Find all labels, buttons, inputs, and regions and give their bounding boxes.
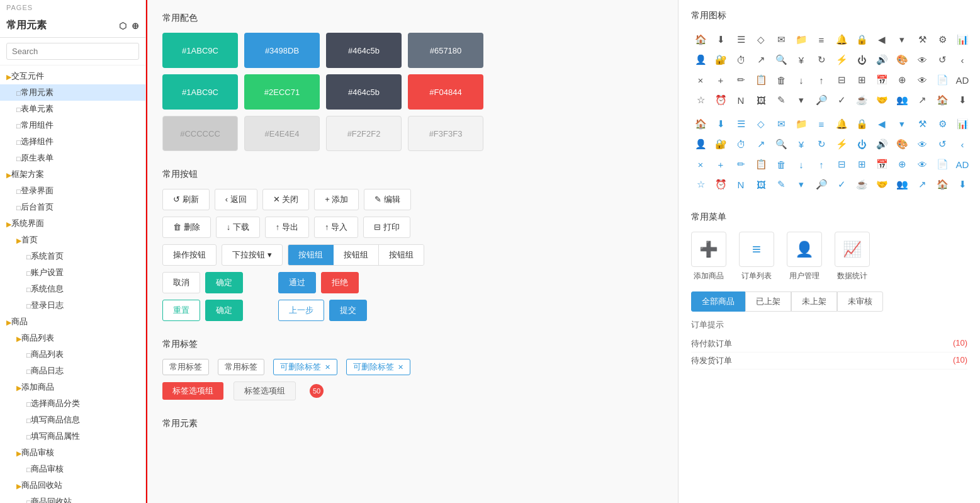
color-swatch-7[interactable]: #F04844 <box>408 74 483 110</box>
icon-grid-gray-icon-2[interactable]: ☰ <box>731 30 750 49</box>
icon-grid-blue-icon-28[interactable]: × <box>691 155 710 174</box>
btn-row-1-btn-1[interactable]: ‹ 返回 <box>215 189 257 210</box>
icon-grid-gray-icon-51[interactable]: 🤝 <box>872 91 891 110</box>
sidebar-item-denglu[interactable]: □ 登录界面 <box>0 183 145 199</box>
icon-grid-gray-icon-21[interactable]: ⚡ <box>832 50 851 69</box>
icon-grid-blue-icon-13[interactable]: 📊 <box>953 115 972 133</box>
icon-grid-blue-icon-45[interactable]: 🖼 <box>752 175 770 194</box>
sidebar-item-cat-jiaohu[interactable]: ▶ 交互元件 <box>0 68 145 84</box>
sidebar-item-zujian[interactable]: □ 常用组件 <box>0 117 145 133</box>
icon-grid-blue-icon-18[interactable]: 🔍 <box>772 135 791 154</box>
export-icon[interactable]: ⬡ <box>119 21 127 31</box>
icon-grid-gray-icon-8[interactable]: 🔒 <box>852 30 871 49</box>
color-swatch-5[interactable]: #2ECC71 <box>244 74 320 110</box>
icon-grid-gray-icon-28[interactable]: × <box>691 71 710 89</box>
icon-grid-gray-icon-54[interactable]: 🏠 <box>933 91 952 110</box>
icon-grid-blue-icon-43[interactable]: ⏰ <box>711 175 730 194</box>
icon-grid-gray-icon-41[interactable]: AD <box>953 71 972 89</box>
color-swatch-6[interactable]: #464c5b <box>326 74 402 110</box>
color-swatch-3[interactable]: #657180 <box>408 33 483 68</box>
icon-grid-gray-icon-31[interactable]: 📋 <box>752 71 770 89</box>
color-swatch-10[interactable]: #F2F2F2 <box>326 116 402 151</box>
sidebar-item-shangpin-log[interactable]: □ 商品日志 <box>0 363 145 379</box>
tab-0[interactable]: 全部商品 <box>691 291 745 312</box>
btn-group-2[interactable]: 按钮组 <box>334 245 379 265</box>
sidebar-item-cat-shangpin[interactable]: ▶ 商品 <box>0 314 145 330</box>
icon-grid-gray-icon-19[interactable]: ¥ <box>792 50 811 69</box>
icon-grid-blue-icon-7[interactable]: 🔔 <box>832 115 851 133</box>
btn-row-2-btn-0[interactable]: 🗑 删除 <box>162 217 211 238</box>
sidebar-item-denglu-rizhi[interactable]: □ 登录日志 <box>0 297 145 314</box>
menu-card-1[interactable]: ≡订单列表 <box>739 232 774 281</box>
icon-grid-blue-icon-39[interactable]: 👁 <box>913 155 932 174</box>
btn-reset[interactable]: 重置 <box>162 300 200 321</box>
icon-grid-blue-icon-8[interactable]: 🔒 <box>852 115 871 133</box>
icon-grid-gray-icon-50[interactable]: ☕ <box>852 91 871 110</box>
icon-grid-blue-icon-50[interactable]: ☕ <box>852 175 871 194</box>
icon-grid-gray-icon-5[interactable]: 📁 <box>792 30 811 49</box>
icon-grid-gray-icon-45[interactable]: 🖼 <box>752 91 770 110</box>
icon-grid-blue-icon-55[interactable]: ⬇ <box>953 175 972 194</box>
icon-grid-blue-icon-37[interactable]: 📅 <box>872 155 891 174</box>
icon-grid-blue-icon-41[interactable]: AD <box>953 155 972 174</box>
icon-grid-gray-icon-0[interactable]: 🏠 <box>691 30 710 49</box>
icon-grid-blue-icon-16[interactable]: ⏱ <box>731 135 750 154</box>
icon-grid-blue-icon-25[interactable]: 👁 <box>913 135 932 154</box>
tag-3-close[interactable]: ✕ <box>325 363 330 371</box>
btn-confirm-2[interactable]: 确定 <box>205 300 243 321</box>
sidebar-item-huishou-zhan[interactable]: □ 商品回收站 <box>0 494 145 503</box>
btn-pass[interactable]: 通过 <box>278 272 316 293</box>
icon-grid-gray-icon-39[interactable]: 👁 <box>913 71 932 89</box>
btn-row-1-btn-0[interactable]: ↺ 刷新 <box>162 189 210 210</box>
icon-grid-blue-icon-32[interactable]: 🗑 <box>772 155 791 174</box>
icon-grid-blue-icon-23[interactable]: 🔊 <box>872 135 891 154</box>
btn-row-2-btn-1[interactable]: ↓ 下载 <box>216 217 260 238</box>
sidebar-item-xitong-info[interactable]: □ 系统信息 <box>0 281 145 297</box>
search-input[interactable] <box>6 43 139 60</box>
icon-grid-gray-icon-49[interactable]: ✓ <box>832 91 851 110</box>
sidebar-item-houtai[interactable]: □ 后台首页 <box>0 199 145 215</box>
color-swatch-0[interactable]: #1ABC9C <box>162 33 238 68</box>
icon-grid-blue-icon-3[interactable]: ◇ <box>752 115 770 133</box>
icon-grid-gray-icon-1[interactable]: ⬇ <box>711 30 730 49</box>
btn-row-2-btn-4[interactable]: ⊟ 打印 <box>363 217 410 238</box>
tab-2[interactable]: 未上架 <box>791 291 837 312</box>
icon-grid-blue-icon-27[interactable]: ‹ <box>953 135 972 154</box>
icon-grid-blue-icon-0[interactable]: 🏠 <box>691 115 710 133</box>
icon-grid-blue-icon-53[interactable]: ↗ <box>913 175 932 194</box>
icon-grid-gray-icon-36[interactable]: ⊞ <box>852 71 871 89</box>
sidebar-item-cat-shouye[interactable]: ▶ 首页 <box>0 232 145 248</box>
sidebar-item-cat-add-shangpin[interactable]: ▶ 添加商品 <box>0 379 145 395</box>
sidebar-item-cat-shangpin-list[interactable]: ▶ 商品列表 <box>0 330 145 346</box>
icon-grid-gray-icon-37[interactable]: 📅 <box>872 71 891 89</box>
icon-grid-blue-icon-46[interactable]: ✎ <box>772 175 791 194</box>
icon-grid-gray-icon-17[interactable]: ↗ <box>752 50 770 69</box>
icon-grid-gray-icon-30[interactable]: ✏ <box>731 71 750 89</box>
sidebar-item-cat-xitong[interactable]: ▶ 系统界面 <box>0 215 145 232</box>
color-swatch-11[interactable]: #F3F3F3 <box>408 116 483 151</box>
icon-grid-blue-icon-33[interactable]: ↓ <box>792 155 811 174</box>
tag-option-2[interactable]: 标签选项组 <box>234 381 296 400</box>
icon-grid-blue-icon-29[interactable]: + <box>711 155 730 174</box>
btn-group-3[interactable]: 按钮组 <box>379 245 424 265</box>
icon-grid-blue-icon-24[interactable]: 🎨 <box>893 135 911 154</box>
icon-grid-gray-icon-22[interactable]: ⏻ <box>852 50 871 69</box>
icon-grid-blue-icon-4[interactable]: ✉ <box>772 115 791 133</box>
icon-grid-gray-icon-26[interactable]: ↺ <box>933 50 952 69</box>
icon-grid-gray-icon-12[interactable]: ⚙ <box>933 30 952 49</box>
icon-grid-blue-icon-22[interactable]: ⏻ <box>852 135 871 154</box>
icon-grid-blue-icon-30[interactable]: ✏ <box>731 155 750 174</box>
icon-grid-blue-icon-42[interactable]: ☆ <box>691 175 710 194</box>
icon-grid-blue-icon-48[interactable]: 🔎 <box>812 175 831 194</box>
btn-row-2-btn-3[interactable]: ↑ 导入 <box>314 217 358 238</box>
icon-grid-blue-icon-12[interactable]: ⚙ <box>933 115 952 133</box>
icon-grid-gray-icon-3[interactable]: ◇ <box>752 30 770 49</box>
sidebar-item-cat-kuangjia[interactable]: ▶ 框架方案 <box>0 166 145 183</box>
menu-card-2[interactable]: 👤用户管理 <box>787 232 822 281</box>
icon-grid-blue-icon-36[interactable]: ⊞ <box>852 155 871 174</box>
sidebar-item-shangpin-list[interactable]: □ 商品列表 <box>0 346 145 363</box>
sidebar-item-yuansheng[interactable]: □ 原生表单 <box>0 150 145 166</box>
icon-grid-blue-icon-2[interactable]: ☰ <box>731 115 750 133</box>
icon-grid-blue-icon-49[interactable]: ✓ <box>832 175 851 194</box>
icon-grid-gray-icon-29[interactable]: + <box>711 71 730 89</box>
